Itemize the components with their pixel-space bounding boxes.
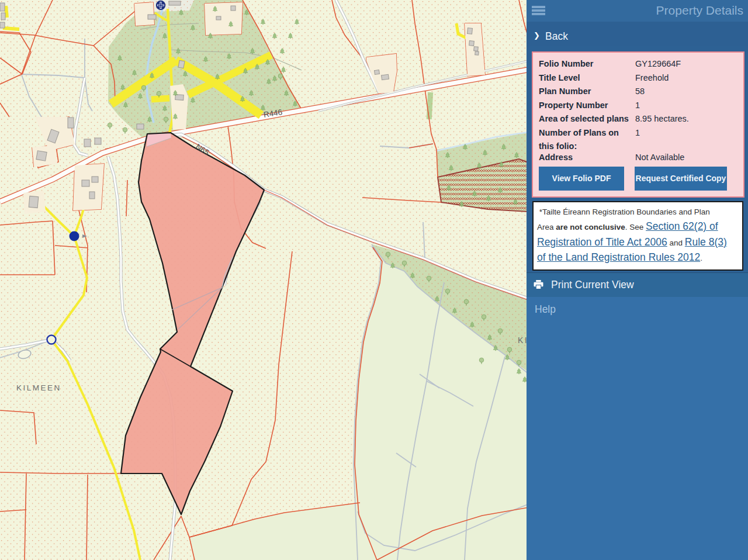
- svg-text:KILMEEN: KILMEEN: [16, 383, 61, 392]
